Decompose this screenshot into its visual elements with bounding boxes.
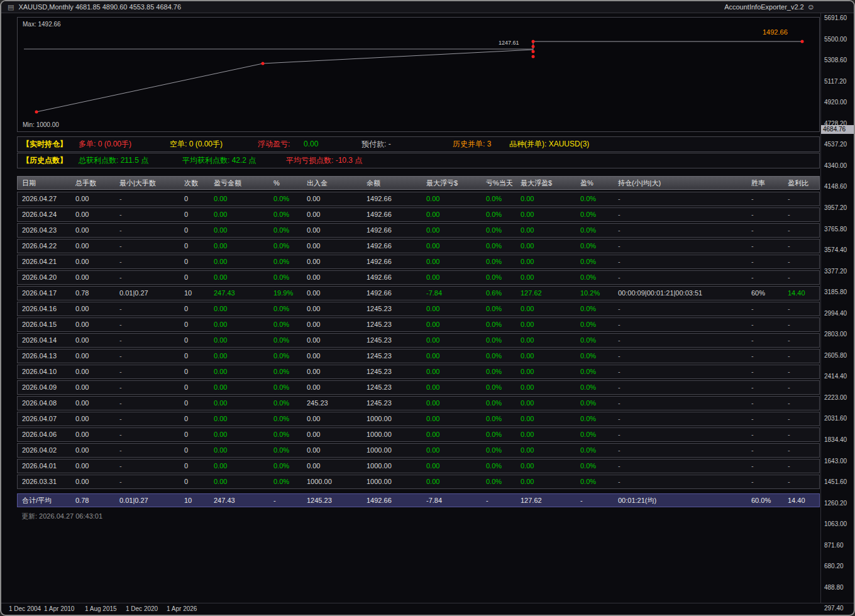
table-cell: -: [614, 381, 747, 394]
table-cell: 1492.66: [362, 192, 422, 206]
table-header-cell: 最小|大手数: [115, 177, 180, 189]
table-cell: -: [783, 475, 820, 488]
table-cell: 2026.04.13: [18, 349, 71, 363]
table-cell: 1492.66: [362, 208, 422, 221]
price-axis-label: 3957.20: [824, 204, 847, 211]
price-axis-label: 5691.60: [824, 14, 847, 21]
table-cell: 0.0%: [576, 192, 614, 206]
price-axis-label: 2605.80: [824, 352, 847, 359]
table-cell: 0.0%: [576, 318, 614, 331]
table-cell: 0.0%: [576, 444, 614, 457]
total-profit-points: 总获利点数: 211.5 点: [79, 153, 148, 168]
table-row: 2026.04.020.00-00.000.0%0.001000.000.000…: [17, 443, 820, 458]
time-axis-label: 1 Dec 2020: [126, 605, 158, 612]
equity-curve-svg: 1247.61 1492.66 Max: 1492.66 Min: 1000.0…: [18, 18, 819, 131]
table-cell: 1245.23: [362, 381, 422, 394]
table-cell: 0.0%: [269, 334, 302, 347]
chart-titlebar[interactable]: ▤ XAUUSD,Monthly 4681.85 4890.60 4553.85…: [1, 1, 854, 13]
price-axis-label: 680.20: [824, 563, 844, 569]
table-cell: -: [614, 239, 747, 253]
data-point-dot: [532, 55, 535, 58]
table-cell: -: [783, 365, 820, 378]
table-cell: 1000.00: [362, 475, 422, 488]
price-axis-label: 1643.00: [824, 458, 847, 465]
table-cell: -: [115, 255, 180, 268]
table-cell: 0.78: [71, 287, 115, 300]
table-cell: 0.00: [209, 444, 269, 457]
price-axis-label: 297.40: [824, 605, 844, 612]
table-cell: 0.0%: [482, 239, 516, 253]
table-cell: 0.00: [302, 349, 362, 363]
min-label: Min: 1000.00: [23, 121, 59, 128]
table-cell: -: [783, 302, 820, 316]
last-updated-text: 更新: 2026.04.27 06:43:01: [21, 512, 102, 521]
table-cell: 1000.00: [362, 428, 422, 441]
table-row: 2026.04.170.780.01|0.2710247.4319.9%0.00…: [17, 286, 820, 300]
table-row: 2026.04.240.00-00.000.0%0.001492.660.000…: [17, 207, 820, 222]
table-row: 2026.03.310.00-00.000.0%1000.001000.000.…: [17, 475, 820, 489]
table-row: 2026.04.270.00-00.000.0%0.001492.660.000…: [17, 192, 820, 206]
data-point-dot: [532, 50, 535, 53]
table-cell: -: [783, 239, 820, 253]
table-cell: 0.6%: [482, 287, 516, 300]
table-cell: 0.00: [302, 192, 362, 206]
table-cell: -: [614, 412, 747, 426]
table-cell: 0.00: [209, 365, 269, 378]
price-axis-label: 2223.00: [824, 394, 847, 401]
table-cell: -: [783, 381, 820, 394]
table-header-cell: 余额: [362, 177, 422, 189]
table-row: 2026.04.140.00-00.000.0%0.001245.230.000…: [17, 333, 820, 348]
table-cell: 0.00: [71, 334, 115, 347]
table-header-cell: 持仓(小|均|大): [614, 177, 747, 189]
table-cell: 0.0%: [269, 428, 302, 441]
table-cell: 0.00: [209, 208, 269, 221]
floating-pl-value: 0.00: [304, 137, 318, 151]
table-header-cell: 出入金: [302, 177, 362, 189]
table-cell: 0.0%: [482, 318, 516, 331]
table-cell: 2026.04.22: [18, 239, 71, 253]
table-cell: 0.00: [209, 412, 269, 426]
table-cell: 0.0%: [482, 334, 516, 347]
table-cell: 0.00: [422, 365, 482, 378]
table-cell: -: [783, 271, 820, 284]
table-cell: -: [115, 271, 180, 284]
indicator-name: AccountInfoExporter_v2.2: [724, 3, 804, 11]
chart-icon: ▤: [8, 3, 14, 11]
table-cell: 0.00: [209, 271, 269, 284]
table-cell: 2026.04.16: [18, 302, 71, 316]
table-cell: 1000.00: [362, 459, 422, 473]
table-cell: 0.0%: [269, 224, 302, 237]
table-cell: 0.00: [516, 459, 576, 473]
time-axis[interactable]: 1 Dec 20041 Apr 20101 Aug 20151 Dec 2020…: [6, 605, 817, 615]
table-summary-row: 合计/平均0.780.01|0.2710247.43-1245.231492.6…: [17, 493, 820, 507]
table-cell: 0.0%: [576, 381, 614, 394]
table-cell: 0.00: [516, 349, 576, 363]
table-cell: 2026.04.23: [18, 224, 71, 237]
table-cell: -: [115, 428, 180, 441]
table-cell: 1245.23: [362, 397, 422, 410]
table-cell: 0.0%: [482, 397, 516, 410]
table-cell: 0.0%: [482, 208, 516, 221]
table-cell: 0.00: [302, 271, 362, 284]
peak-value-label: 1492.66: [763, 28, 788, 36]
table-cell: 0.00: [71, 444, 115, 457]
table-cell: 2026.04.10: [18, 365, 71, 378]
table-cell: 0.00: [302, 412, 362, 426]
table-cell: 0.00: [209, 381, 269, 394]
table-cell: 2026.04.01: [18, 459, 71, 473]
table-cell: 0.00: [209, 255, 269, 268]
table-cell: 0: [180, 459, 209, 473]
summary-cell: 00:01:21(均): [614, 494, 747, 507]
table-cell: -: [747, 192, 783, 206]
table-cell: 0.00: [71, 381, 115, 394]
table-header-cell: 胜率: [747, 177, 783, 189]
table-cell: -: [614, 192, 747, 206]
equity-chart-panel[interactable]: 1247.61 1492.66 Max: 1492.66 Min: 1000.0…: [17, 17, 820, 132]
table-cell: 0.00: [209, 334, 269, 347]
summary-cell: 127.62: [516, 494, 576, 507]
table-cell: 0.00: [422, 302, 482, 316]
table-cell: 0.00: [209, 428, 269, 441]
table-cell: -: [614, 318, 747, 331]
price-axis[interactable]: 4684.76 5691.605500.005308.605117.204920…: [820, 13, 855, 603]
table-cell: 0.00: [71, 208, 115, 221]
